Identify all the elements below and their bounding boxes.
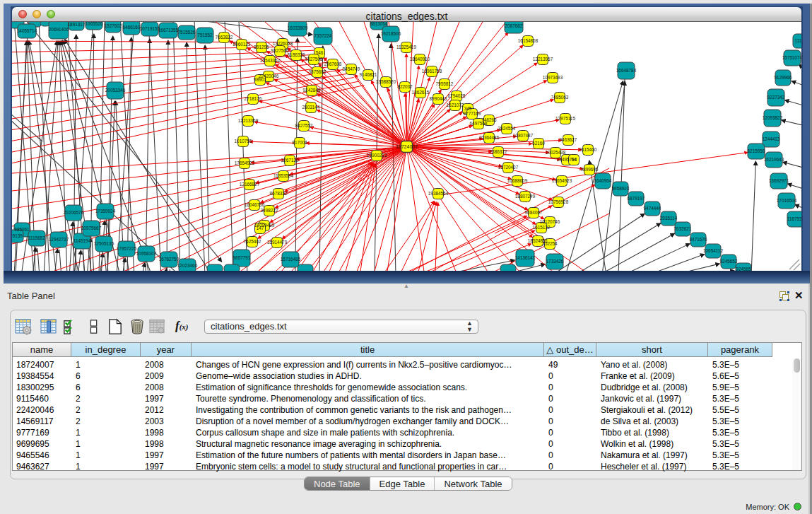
svg-text:9084067: 9084067 xyxy=(525,210,543,215)
svg-text:17016504: 17016504 xyxy=(777,198,797,203)
svg-text:12023466: 12023466 xyxy=(177,263,198,268)
svg-text:98901: 98901 xyxy=(254,77,266,82)
svg-text:2087682: 2087682 xyxy=(505,23,523,28)
svg-text:8678332: 8678332 xyxy=(270,191,288,196)
svg-text:924565: 924565 xyxy=(736,267,751,271)
svg-text:15716485: 15716485 xyxy=(281,257,301,262)
svg-text:8454749: 8454749 xyxy=(343,66,360,71)
svg-text:9327506: 9327506 xyxy=(271,48,289,53)
svg-text:5958923: 5958923 xyxy=(612,186,630,191)
svg-text:7357224: 7357224 xyxy=(314,33,332,38)
svg-text:2718176: 2718176 xyxy=(245,96,262,101)
svg-text:16033809: 16033809 xyxy=(288,25,308,30)
svg-text:9474444: 9474444 xyxy=(644,206,661,211)
svg-text:10654112: 10654112 xyxy=(703,248,723,253)
svg-text:10025438: 10025438 xyxy=(546,150,566,155)
svg-text:15751074: 15751074 xyxy=(782,55,801,60)
svg-text:9657791: 9657791 xyxy=(233,255,251,260)
svg-text:10973493: 10973493 xyxy=(543,75,563,80)
svg-text:7663822: 7663822 xyxy=(216,35,233,40)
svg-text:16154808: 16154808 xyxy=(518,38,539,43)
svg-text:822037: 822037 xyxy=(397,84,413,89)
svg-text:1115682: 1115682 xyxy=(28,235,45,240)
svg-text:985061: 985061 xyxy=(14,227,30,232)
svg-text:7625402: 7625402 xyxy=(244,239,261,244)
svg-text:12505135: 12505135 xyxy=(94,241,114,246)
svg-text:18807249: 18807249 xyxy=(515,194,536,199)
svg-text:3498222: 3498222 xyxy=(261,208,278,213)
svg-text:9327508: 9327508 xyxy=(305,57,323,62)
svg-text:13166827: 13166827 xyxy=(240,182,260,187)
svg-text:1891317: 1891317 xyxy=(68,22,86,27)
svg-text:12975115: 12975115 xyxy=(555,116,575,121)
svg-text:17957225: 17957225 xyxy=(117,246,137,251)
svg-text:10688609: 10688609 xyxy=(507,178,528,183)
svg-text:12213369: 12213369 xyxy=(238,118,259,123)
svg-text:7485063: 7485063 xyxy=(551,95,569,100)
svg-text:3875685: 3875685 xyxy=(309,69,326,74)
svg-text:8427552: 8427552 xyxy=(295,123,313,128)
svg-text:1615132: 1615132 xyxy=(533,225,551,230)
svg-text:3267130: 3267130 xyxy=(281,158,299,163)
svg-text:12093822: 12093822 xyxy=(763,115,783,120)
svg-text:9115460: 9115460 xyxy=(579,147,597,152)
svg-text:11325419: 11325419 xyxy=(396,45,416,49)
svg-text:14136141: 14136141 xyxy=(515,255,536,260)
svg-text:16210643: 16210643 xyxy=(764,157,784,162)
svg-text:11353594: 11353594 xyxy=(273,173,293,178)
svg-text:19654923: 19654923 xyxy=(552,178,572,183)
svg-text:10756928: 10756928 xyxy=(548,199,569,204)
svg-text:8215958: 8215958 xyxy=(748,148,765,153)
svg-text:17359924: 17359924 xyxy=(95,209,116,214)
svg-text:546: 546 xyxy=(316,50,324,55)
svg-text:10958107: 10958107 xyxy=(136,251,157,256)
svg-text:7386372: 7386372 xyxy=(490,149,507,154)
svg-text:16914479: 16914479 xyxy=(267,240,288,245)
svg-text:13226058: 13226058 xyxy=(273,41,293,46)
svg-text:8186328: 8186328 xyxy=(288,52,305,57)
svg-text:7955812: 7955812 xyxy=(436,81,454,86)
svg-text:8960123: 8960123 xyxy=(233,42,251,47)
svg-text:39139: 39139 xyxy=(12,233,23,238)
svg-text:9242848: 9242848 xyxy=(303,88,321,93)
svg-text:19384554: 19384554 xyxy=(428,191,449,196)
svg-text:9245652: 9245652 xyxy=(720,259,738,264)
svg-text:16648784: 16648784 xyxy=(616,68,637,73)
svg-text:817004: 817004 xyxy=(292,140,307,145)
svg-text:10719155: 10719155 xyxy=(140,26,160,31)
svg-text:16782759: 16782759 xyxy=(159,257,180,262)
svg-text:6497568: 6497568 xyxy=(470,121,488,126)
svg-text:9463627: 9463627 xyxy=(560,137,577,142)
svg-text:64: 64 xyxy=(571,157,577,162)
svg-text:751552: 751552 xyxy=(197,33,213,37)
svg-text:15720407: 15720407 xyxy=(498,165,519,170)
svg-text:1621072: 1621072 xyxy=(447,103,464,107)
svg-text:3824554: 3824554 xyxy=(498,126,516,131)
svg-text:6466160: 6466160 xyxy=(123,25,141,30)
svg-text:20364486: 20364486 xyxy=(479,135,500,140)
svg-text:7515526: 7515526 xyxy=(178,30,196,35)
svg-text:8990443: 8990443 xyxy=(430,96,447,101)
svg-text:891295: 891295 xyxy=(254,45,269,49)
svg-text:20053346: 20053346 xyxy=(105,88,126,93)
svg-text:2967608: 2967608 xyxy=(324,62,342,66)
svg-text:8471676: 8471676 xyxy=(690,237,707,242)
svg-text:16961758: 16961758 xyxy=(422,69,442,74)
svg-text:1244413: 1244413 xyxy=(763,136,780,141)
svg-text:7632621: 7632621 xyxy=(674,226,692,231)
svg-text:16120746: 16120746 xyxy=(540,219,560,224)
svg-text:6794028: 6794028 xyxy=(448,93,466,98)
svg-text:1640954: 1640954 xyxy=(594,178,612,183)
svg-text:9227342: 9227342 xyxy=(767,95,785,100)
svg-text:1010755: 1010755 xyxy=(235,139,252,144)
svg-text:14055714: 14055714 xyxy=(17,28,37,33)
svg-text:9146821: 9146821 xyxy=(360,72,377,77)
svg-text:13692971: 13692971 xyxy=(769,178,789,183)
svg-text:1362615: 1362615 xyxy=(412,90,430,95)
svg-text:11172: 11172 xyxy=(795,38,801,43)
svg-text:15900213: 15900213 xyxy=(367,153,387,158)
svg-text:2803144: 2803144 xyxy=(302,105,320,110)
svg-text:18724007: 18724007 xyxy=(396,144,418,149)
svg-text:19218506: 19218506 xyxy=(381,31,401,36)
svg-text:12213967: 12213967 xyxy=(533,57,553,62)
